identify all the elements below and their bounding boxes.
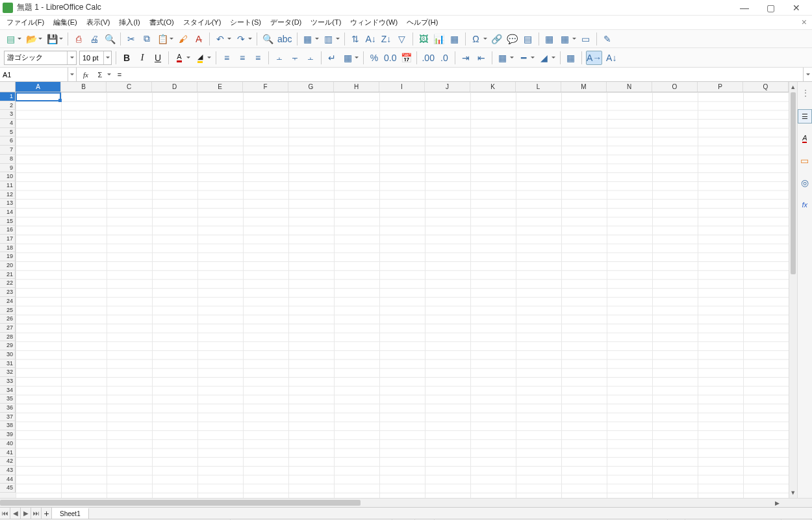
- row-header[interactable]: 20: [0, 261, 16, 270]
- row-header[interactable]: 28: [0, 333, 16, 342]
- column-header[interactable]: P: [698, 82, 743, 92]
- column-header[interactable]: N: [607, 82, 652, 92]
- font-size-input[interactable]: [80, 51, 103, 64]
- column-header[interactable]: Q: [743, 82, 789, 92]
- row-header[interactable]: 30: [0, 350, 16, 359]
- column-header[interactable]: F: [243, 82, 288, 92]
- column-header[interactable]: H: [334, 82, 379, 92]
- row-header[interactable]: 26: [0, 315, 16, 324]
- column-header[interactable]: M: [561, 82, 607, 92]
- align-left-button[interactable]: ≡: [220, 51, 233, 65]
- formula-equals-button[interactable]: =: [113, 68, 126, 82]
- bold-button[interactable]: B: [120, 51, 133, 65]
- cell-area[interactable]: [16, 92, 789, 498]
- clear-format-button[interactable]: A̶: [192, 32, 205, 46]
- align-top-button[interactable]: ⫠: [273, 51, 286, 65]
- menu-item[interactable]: ファイル(F): [3, 16, 48, 29]
- undo-button[interactable]: ↶: [214, 32, 232, 46]
- row-header[interactable]: 18: [0, 244, 16, 253]
- navigator-panel-icon[interactable]: ◎: [798, 176, 812, 190]
- ltr-button[interactable]: A→: [586, 51, 602, 65]
- col-ops-button[interactable]: ▥: [322, 32, 340, 46]
- row-header[interactable]: 35: [0, 395, 16, 404]
- menu-item[interactable]: 挿入(I): [115, 16, 144, 29]
- scroll-right-icon[interactable]: ▶: [772, 499, 782, 507]
- row-header[interactable]: 31: [0, 359, 16, 369]
- row-header[interactable]: 38: [0, 421, 16, 430]
- cut-button[interactable]: ✂: [125, 32, 138, 46]
- next-sheet-button[interactable]: ▶: [21, 508, 31, 519]
- comment-button[interactable]: 💬: [506, 32, 519, 46]
- highlight-color-button[interactable]: ◢: [194, 51, 212, 65]
- row-header[interactable]: 9: [0, 164, 16, 173]
- column-header[interactable]: G: [288, 82, 334, 92]
- sort-desc-button[interactable]: Z↓: [380, 32, 393, 46]
- row-header[interactable]: 19: [0, 252, 16, 261]
- font-name-input[interactable]: [5, 51, 67, 64]
- sort-button[interactable]: ⇅: [349, 32, 362, 46]
- menu-item[interactable]: ツール(T): [307, 16, 345, 29]
- functions-panel-icon[interactable]: fx: [798, 198, 812, 212]
- row-header[interactable]: 4: [0, 119, 16, 128]
- row-header[interactable]: 2: [0, 101, 16, 110]
- font-size-dropdown-icon[interactable]: [103, 51, 111, 64]
- export-pdf-button[interactable]: ⎙: [72, 32, 85, 46]
- horizontal-scroll-thumb[interactable]: [0, 500, 361, 506]
- row-header[interactable]: 21: [0, 270, 16, 280]
- borders-button[interactable]: ▦: [496, 51, 514, 65]
- decrease-indent-button[interactable]: ⇤: [475, 51, 488, 65]
- find-button[interactable]: 🔍: [261, 32, 274, 46]
- split-button[interactable]: ▭: [579, 32, 592, 46]
- spellcheck-button[interactable]: abc: [277, 32, 293, 46]
- horizontal-scrollbar[interactable]: ▶: [0, 498, 812, 507]
- sidebar-collapse-button[interactable]: ⋮: [802, 88, 809, 98]
- font-name-combo[interactable]: [4, 51, 77, 65]
- print-button[interactable]: 🖨: [88, 32, 101, 46]
- row-header[interactable]: 36: [0, 404, 16, 413]
- close-document-button[interactable]: ×: [798, 17, 811, 27]
- pivot-button[interactable]: ▦: [448, 32, 461, 46]
- cell-reference-input[interactable]: [0, 68, 68, 81]
- row-header[interactable]: 42: [0, 457, 16, 466]
- formula-expand-button[interactable]: [803, 68, 812, 81]
- align-center-button[interactable]: ≡: [236, 51, 249, 65]
- align-right-button[interactable]: ≡: [251, 51, 264, 65]
- column-header[interactable]: J: [425, 82, 470, 92]
- row-header[interactable]: 33: [0, 377, 16, 386]
- remove-decimal-button[interactable]: .0: [438, 51, 451, 65]
- border-style-button[interactable]: ━: [517, 51, 535, 65]
- column-header[interactable]: D: [152, 82, 197, 92]
- align-bottom-button[interactable]: ⫠: [304, 51, 317, 65]
- freeze-button[interactable]: ▦: [559, 32, 577, 46]
- vertical-scrollbar[interactable]: ▲ ▼: [789, 82, 797, 498]
- row-header[interactable]: 11: [0, 181, 16, 190]
- row-header[interactable]: 6: [0, 136, 16, 146]
- row-header[interactable]: 22: [0, 279, 16, 288]
- column-header[interactable]: E: [197, 82, 243, 92]
- row-header[interactable]: 12: [0, 190, 16, 200]
- column-header[interactable]: B: [61, 82, 107, 92]
- column-header[interactable]: O: [652, 82, 698, 92]
- row-header[interactable]: 13: [0, 199, 16, 208]
- italic-button[interactable]: I: [136, 51, 149, 65]
- draw-functions-button[interactable]: ✎: [601, 32, 614, 46]
- select-all-corner[interactable]: [0, 82, 16, 92]
- row-header[interactable]: 16: [0, 226, 16, 235]
- add-sheet-button[interactable]: +: [42, 508, 52, 519]
- close-window-button[interactable]: ✕: [783, 0, 809, 16]
- redo-button[interactable]: ↷: [235, 32, 253, 46]
- menu-item[interactable]: ウィンドウ(W): [346, 16, 401, 29]
- currency-button[interactable]: %: [368, 51, 381, 65]
- border-color-button[interactable]: ◢: [538, 51, 556, 65]
- scroll-up-icon[interactable]: ▲: [789, 82, 797, 92]
- date-button[interactable]: 📅: [400, 51, 412, 65]
- properties-panel-icon[interactable]: ☰: [798, 109, 812, 124]
- sum-button[interactable]: Σ: [94, 68, 112, 82]
- formula-input[interactable]: [129, 68, 803, 81]
- insert-image-button[interactable]: 🖼: [417, 32, 430, 46]
- underline-button[interactable]: U: [151, 51, 164, 65]
- menu-item[interactable]: 表示(V): [82, 16, 114, 29]
- wrap-text-button[interactable]: ↵: [325, 51, 338, 65]
- sort-asc-button[interactable]: A↓: [364, 32, 377, 46]
- menu-item[interactable]: 書式(O): [146, 16, 178, 29]
